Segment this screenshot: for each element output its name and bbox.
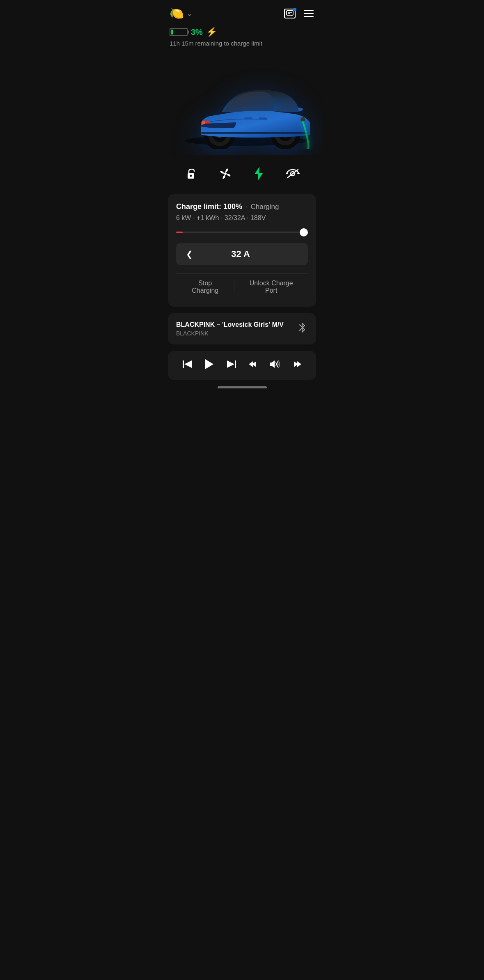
battery-outer xyxy=(170,28,188,36)
music-info: BLACKPINK – 'Lovesick Girls' M/V BLACKPI… xyxy=(176,321,296,337)
svg-marker-33 xyxy=(249,361,253,367)
battery-fill xyxy=(171,30,173,34)
charge-info-row: Charge limit: 100% · Charging xyxy=(176,202,308,211)
bolt-icon: ⚡ xyxy=(206,27,217,37)
charging-action-button[interactable] xyxy=(250,163,268,186)
play-button[interactable] xyxy=(201,357,218,374)
seek-back-button[interactable] xyxy=(245,358,261,373)
home-indicator xyxy=(218,386,267,388)
charge-time-remaining: 11h 15m remaining to charge limit xyxy=(170,40,314,47)
menu-line-2 xyxy=(304,13,314,14)
menu-button[interactable] xyxy=(303,9,314,18)
charging-status: Charging xyxy=(251,203,279,211)
sentry-icon xyxy=(286,168,300,181)
charge-stats-row: 6 kW · +1 kWh · 32/32A · 188V xyxy=(176,214,308,222)
svg-marker-29 xyxy=(205,359,213,369)
battery-bar xyxy=(170,28,188,36)
charge-actions: Stop Charging Unlock Charge Port xyxy=(176,273,308,298)
charge-stats: 6 kW · +1 kWh · 32/32A · 188V xyxy=(176,214,266,222)
menu-line-3 xyxy=(304,16,314,17)
car-illustration xyxy=(164,59,320,149)
menu-line-1 xyxy=(304,10,314,11)
svg-rect-30 xyxy=(235,360,236,368)
fan-icon xyxy=(219,167,232,182)
bolt-action-icon xyxy=(253,167,264,183)
svg-marker-36 xyxy=(297,361,301,367)
svg-rect-17 xyxy=(244,117,252,119)
separator-1: · xyxy=(245,203,247,211)
svg-point-19 xyxy=(190,175,192,177)
unlock-charge-port-button[interactable]: Unlock Charge Port xyxy=(234,275,308,298)
autopilot-action-button[interactable] xyxy=(282,165,303,185)
svg-rect-14 xyxy=(201,132,308,134)
svg-marker-28 xyxy=(184,360,192,368)
ampere-selector: ❮ 32 A xyxy=(176,243,308,265)
svg-marker-21 xyxy=(255,167,263,181)
bluetooth-icon xyxy=(298,322,306,335)
svg-marker-31 xyxy=(227,360,234,368)
car-image-section xyxy=(161,48,323,155)
charge-card: Charge limit: 100% · Charging 6 kW · +1 … xyxy=(168,194,316,307)
svg-point-20 xyxy=(224,172,227,175)
chat-icon xyxy=(286,10,294,17)
header-left: 🍋 ⌄ xyxy=(170,7,193,20)
header: 🍋 ⌄ xyxy=(161,0,323,23)
charge-limit-label: Charge limit: 100% xyxy=(176,202,242,211)
music-artist: BLACKPINK xyxy=(176,330,296,337)
battery-percent: 3% xyxy=(191,28,203,37)
music-title: BLACKPINK – 'Lovesick Girls' M/V xyxy=(176,321,296,328)
quick-actions xyxy=(161,155,323,194)
notification-icon xyxy=(284,9,296,18)
header-right xyxy=(284,9,314,18)
svg-marker-34 xyxy=(270,360,275,368)
notification-button[interactable] xyxy=(284,9,296,18)
music-card: BLACKPINK – 'Lovesick Girls' M/V BLACKPI… xyxy=(168,313,316,344)
unlock-icon xyxy=(184,167,197,182)
car-avatar-icon: 🍋 xyxy=(170,7,184,20)
bluetooth-button[interactable] xyxy=(296,321,308,337)
battery-row: 3% ⚡ xyxy=(170,27,314,37)
next-track-button[interactable] xyxy=(222,357,240,374)
lock-action-button[interactable] xyxy=(181,164,201,186)
slider-thumb[interactable] xyxy=(300,228,308,236)
ampere-value: 32 A xyxy=(231,249,250,259)
svg-rect-27 xyxy=(183,360,184,368)
charge-slider[interactable] xyxy=(176,228,308,236)
prev-track-button[interactable] xyxy=(179,357,197,374)
slider-track xyxy=(176,232,308,233)
seek-forward-button[interactable] xyxy=(289,358,305,373)
ampere-decrease-button[interactable]: ❮ xyxy=(183,249,196,259)
stop-charging-button[interactable]: Stop Charging xyxy=(176,275,234,298)
music-controls xyxy=(168,351,316,380)
volume-button[interactable] xyxy=(266,357,284,374)
svg-rect-0 xyxy=(287,11,293,15)
battery-section: 3% ⚡ 11h 15m remaining to charge limit xyxy=(161,23,323,47)
slider-fill xyxy=(176,232,183,233)
climate-action-button[interactable] xyxy=(216,164,235,186)
svg-rect-16 xyxy=(259,117,267,119)
notification-dot xyxy=(293,8,296,11)
chevron-down-icon[interactable]: ⌄ xyxy=(186,9,193,18)
